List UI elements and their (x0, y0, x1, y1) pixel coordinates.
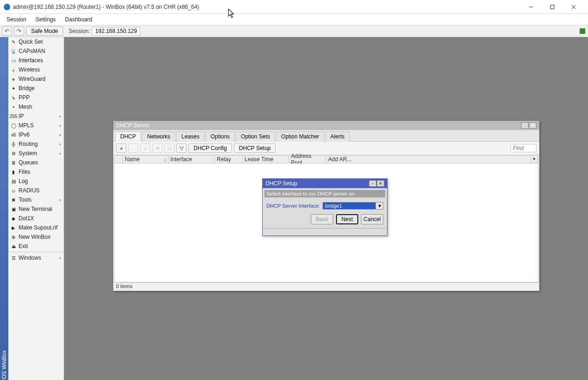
sidebar-item-make-supout-rif[interactable]: ▶Make Supout.rif (8, 223, 64, 232)
back-button[interactable]: Back (311, 214, 333, 224)
setup-interface-select[interactable]: bridge1 ▾ (323, 202, 383, 210)
dhcp-config-button[interactable]: DHCP Config (188, 144, 232, 153)
setup-interface-dropdown-button[interactable]: ▾ (376, 202, 383, 210)
sidebar-item-label: Wireless (19, 66, 40, 73)
add-button[interactable]: ＋ (116, 144, 126, 153)
sidebar-item-label: Exit (19, 243, 28, 249)
tab-option-sets[interactable]: Option Sets (236, 131, 275, 142)
sidebar-item-capsman[interactable]: 📡CAPsMAN (8, 46, 64, 56)
sidebar-icon: 📡 (10, 48, 17, 54)
sidebar-icon: ⏚ (10, 66, 17, 73)
sidebar-item-label: IPv6 (19, 131, 30, 138)
menu-dashboard[interactable]: Dashboard (61, 15, 96, 24)
sidebar-icon: ▤ (10, 178, 17, 184)
sidebar-icon: ⏏ (10, 243, 17, 249)
dhcp-setup-label: DHCP Setup (239, 145, 271, 151)
sidebar-item-mpls[interactable]: ◯MPLS▸ (8, 121, 64, 130)
menu-settings[interactable]: Settings (32, 15, 59, 24)
connection-status-icon (580, 28, 585, 34)
session-label: Session: (69, 28, 90, 34)
sidebar-item-radius[interactable]: ☺RADIUS (8, 186, 64, 195)
submenu-arrow-icon: ▸ (59, 132, 62, 137)
dhcp-status-bar: 0 items (113, 282, 539, 291)
toolbar: ↶ ↷ Safe Mode Session: 192.168.150.129 (0, 25, 588, 37)
sidebar-item-quick-set[interactable]: ✎Quick Set (8, 37, 64, 46)
maximize-button[interactable] (542, 0, 563, 14)
sidebar-item-label: Windows (19, 255, 41, 261)
enable-button[interactable]: ✓ (140, 144, 150, 153)
tab-option-matcher[interactable]: Option Matcher (276, 131, 324, 142)
sidebar-item-routing[interactable]: ╬Routing▸ (8, 139, 64, 149)
columns-dropdown[interactable]: ▼ (530, 155, 538, 163)
session-value: 192.168.150.129 (92, 27, 140, 35)
sidebar-item-mesh[interactable]: •Mesh (8, 102, 64, 111)
dhcp-setup-button[interactable]: DHCP Setup (234, 144, 276, 153)
sidebar-item-exit[interactable]: ⏏Exit (8, 242, 64, 251)
column-address-pool[interactable]: Address Pool (289, 156, 326, 163)
sidebar-icon: ⊕ (10, 234, 17, 240)
dhcp-toolbar: ＋ － ✓ ✕ ▭ ▽ DHCP Config DHCP Setup (113, 142, 539, 155)
sidebar-item-new-terminal[interactable]: ▣New Terminal (8, 204, 64, 214)
cancel-button[interactable]: Cancel (361, 214, 383, 224)
setup-restore-button[interactable]: ▫ (369, 180, 376, 187)
column-interface[interactable]: Interface (168, 156, 215, 163)
redo-button[interactable]: ↷ (14, 26, 24, 36)
sidebar-item-tools[interactable]: ✖Tools▸ (8, 195, 64, 204)
column-add-arp[interactable]: Add AR... (326, 156, 538, 163)
tab-options[interactable]: Options (206, 131, 235, 142)
sidebar-item-label: Dot1X (19, 215, 34, 222)
sidebar-item-windows[interactable]: ☰Windows▸ (8, 253, 64, 262)
submenu-arrow-icon: ▸ (59, 151, 62, 156)
submenu-arrow-icon: ▸ (59, 197, 62, 202)
undo-button[interactable]: ↶ (2, 26, 12, 36)
dhcp-window-titlebar[interactable]: DHCP Server ▫ ✕ (113, 121, 539, 130)
close-button[interactable] (563, 0, 584, 14)
comment-button[interactable]: ▭ (164, 144, 174, 153)
dhcp-window-restore-button[interactable]: ▫ (521, 122, 529, 129)
tab-alerts[interactable]: Alerts (325, 131, 350, 142)
sidebar-item-dot1x[interactable]: ◆Dot1X (8, 214, 64, 223)
find-input[interactable] (510, 144, 536, 152)
minimize-button[interactable] (520, 0, 542, 14)
sidebar-item-ppp[interactable]: ↳PPP (8, 93, 64, 102)
column-name[interactable]: Name△ (123, 156, 168, 163)
column-name-label: Name (125, 156, 140, 163)
sidebar-item-ipv6[interactable]: v6IPv6▸ (8, 130, 64, 139)
setup-instruction: Select interface to run DHCP server on (265, 190, 385, 197)
sidebar-icon: v6 (10, 131, 17, 138)
svg-rect-1 (550, 5, 554, 9)
filter-button[interactable]: ▽ (176, 144, 187, 153)
tab-networks[interactable]: Networks (142, 131, 175, 142)
setup-titlebar[interactable]: DHCP Setup ▫ ✕ (263, 179, 387, 188)
dhcp-window-close-button[interactable]: ✕ (529, 122, 536, 129)
next-button[interactable]: Next (336, 214, 358, 224)
disable-button[interactable]: ✕ (152, 144, 162, 153)
sidebar-item-bridge[interactable]: ✦Bridge (8, 84, 64, 93)
sidebar-item-system[interactable]: ⚙System▸ (8, 149, 64, 158)
sidebar-item-wireguard[interactable]: ⎈WireGuard (8, 74, 64, 84)
sidebar-icon: 255 (10, 113, 17, 119)
sidebar-item-files[interactable]: ▮Files (8, 167, 64, 177)
sidebar-icon: ✖ (10, 197, 17, 203)
sidebar-item-ip[interactable]: 255IP▸ (8, 111, 64, 121)
back-label: Back (316, 216, 329, 223)
sidebar-item-new-winbox[interactable]: ⊕New WinBox (8, 232, 64, 242)
tab-dhcp[interactable]: DHCP (115, 131, 141, 142)
safe-mode-button[interactable]: Safe Mode (26, 26, 63, 36)
setup-close-button[interactable]: ✕ (377, 180, 384, 187)
menu-session[interactable]: Session (3, 15, 30, 24)
sidebar-icon: ☰ (10, 255, 17, 261)
workspace: DHCP Server ▫ ✕ DHCPNetworksLeasesOption… (64, 37, 588, 380)
column-relay[interactable]: Relay (215, 156, 243, 163)
remove-button[interactable]: － (128, 144, 138, 153)
sidebar-item-interfaces[interactable]: ▭Interfaces (8, 56, 64, 65)
tab-leases[interactable]: Leases (176, 131, 205, 142)
sidebar-icon: ▣ (10, 206, 17, 212)
column-lease-time[interactable]: Lease Time (243, 156, 289, 163)
sidebar-item-wireless[interactable]: ⏚Wireless (8, 65, 64, 74)
sidebar-item-log[interactable]: ▤Log (8, 177, 64, 186)
sidebar-icon: ▭ (10, 57, 17, 64)
sidebar-icon: ◯ (10, 122, 17, 129)
grid-handle-column[interactable] (115, 156, 123, 163)
sidebar-item-queues[interactable]: ≣Queues (8, 158, 64, 167)
